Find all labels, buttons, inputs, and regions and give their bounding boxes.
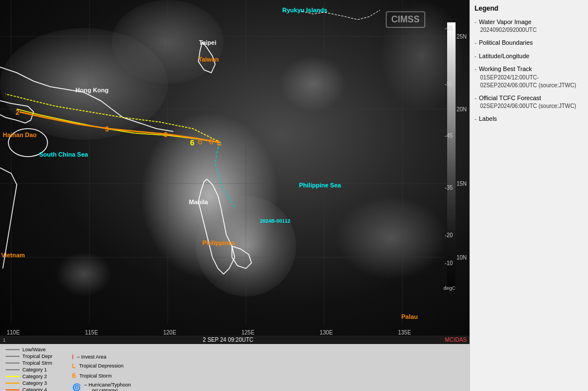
lon-110e: 110E: [7, 329, 20, 336]
hurricane-symbol: 🌀: [72, 383, 81, 391]
lon-130e: 130E: [320, 329, 333, 336]
track-label-cat2: Category 2: [22, 374, 47, 379]
symbol-invest: I – Invest Area: [72, 354, 131, 360]
legend-label-labels: Labels: [475, 115, 584, 123]
track-item-cat3: Category 3: [6, 380, 53, 386]
legend-item-labels: Labels: [475, 115, 584, 123]
map-svg: L 3 2 3 6 6 6: [0, 0, 470, 336]
legend-item-political: Political Boundaries: [475, 39, 584, 47]
tropical-storm-label: Tropical Storm: [79, 373, 112, 379]
cimss-logo: CIMSS: [386, 11, 425, 28]
track-label-cat1: Category 1: [22, 367, 47, 373]
svg-text:3: 3: [105, 125, 109, 133]
track-item-cat4: Category 4: [6, 387, 53, 391]
track-label-tropical-dep: Tropical Depr: [22, 354, 53, 359]
bottom-bar: 1 2 SEP 24 09:20UTC MCIDAS Low/Wave Trop…: [0, 336, 470, 391]
track-label-cat4: Category 4: [22, 387, 47, 391]
track-line-lowwave: [6, 349, 20, 350]
lat-25n: 25N: [457, 34, 467, 40]
legend-label-water-vapor: Water Vapor Image: [475, 18, 584, 26]
track-legend: Low/Wave Tropical Depr Tropical Strm Cat…: [6, 347, 53, 391]
svg-text:3: 3: [164, 131, 168, 139]
hurricane-label: – Hurricane/Typhoon: [84, 382, 131, 388]
track-item-cat1: Category 1: [6, 367, 53, 373]
lat-10n: 10N: [457, 255, 467, 261]
invest-label: – Invest Area: [77, 354, 107, 360]
svg-point-10: [8, 129, 48, 157]
mcidas-label: MCIDAS: [445, 337, 467, 343]
legend-sub-best-track: 01SEP2024/12:00UTC-02SEP2024/06:00UTC (s…: [480, 74, 584, 89]
tropical-dep-symbol: L: [72, 362, 76, 369]
scale-45: -45: [445, 133, 453, 139]
legend-label-latlon: Latitude/Longitude: [475, 52, 584, 60]
track-line-cat1: [6, 369, 20, 370]
legend-item-latlon: Latitude/Longitude: [475, 52, 584, 60]
scale-10: -10: [445, 260, 453, 266]
legend-bottom: Low/Wave Tropical Depr Tropical Strm Cat…: [0, 344, 470, 391]
svg-rect-18: [447, 22, 456, 291]
track-line-cat3: [6, 383, 20, 384]
legend-item-tcfc: Official TCFC Forecast 02SEP2024/06:00UT…: [475, 94, 584, 110]
legend-sub-water-vapor: 20240902/092000UTC: [480, 26, 584, 34]
track-item-lowwave: Low/Wave: [6, 347, 53, 352]
hurricane-sub-label: (w/ category): [92, 388, 131, 391]
map-canvas: L 3 2 3 6 6 6: [0, 0, 470, 336]
lon-115e: 115E: [85, 329, 98, 336]
svg-text:6: 6: [190, 138, 195, 147]
scale-65: -65: [445, 25, 453, 31]
symbol-tropical-storm: 6 Tropical Storm: [72, 371, 131, 380]
svg-text:6: 6: [209, 137, 214, 146]
scale-35: -35: [445, 185, 453, 191]
legend-label-tcfc: Official TCFC Forecast: [475, 94, 584, 102]
track-line-cat2: [6, 376, 20, 377]
legend-item-water-vapor: Water Vapor Image 20240902/092000UTC: [475, 18, 584, 34]
track-item-cat2: Category 2: [6, 374, 53, 379]
track-line-tropical-str: [6, 362, 20, 364]
symbol-legend: I – Invest Area L Tropical Depression 6 …: [72, 354, 131, 391]
scale-indicator: 1: [3, 337, 6, 343]
track-line-cat4: [6, 389, 20, 390]
svg-text:2: 2: [16, 109, 20, 116]
lat-15n: 15N: [457, 181, 467, 187]
scale-55: -55: [445, 81, 453, 87]
track-label-tropical-str: Tropical Strm: [22, 360, 52, 366]
scale-degc: degC: [443, 285, 456, 291]
right-panel: Legend Water Vapor Image 20240902/092000…: [470, 0, 588, 391]
legend-label-political: Political Boundaries: [475, 39, 584, 47]
track-item-tropical-dep: Tropical Depr: [6, 354, 53, 359]
lat-20n: 20N: [457, 106, 467, 112]
lon-120e: 120E: [163, 329, 176, 336]
lon-135e: 135E: [398, 329, 411, 336]
legend-sub-tcfc: 02SEP2024/06:00UTC (source:JTWC): [480, 102, 584, 110]
track-line-tropical-dep: [6, 356, 20, 357]
legend-item-best-track: Working Best Track 01SEP2024/12:00UTC-02…: [475, 65, 584, 89]
lon-125e: 125E: [241, 329, 254, 336]
track-item-tropical-str: Tropical Strm: [6, 360, 53, 366]
legend-title: Legend: [475, 4, 584, 12]
svg-text:L: L: [217, 138, 222, 147]
symbol-tropical-dep: L Tropical Depression: [72, 362, 131, 369]
track-label-lowwave: Low/Wave: [22, 347, 46, 352]
scale-20: -20: [445, 232, 453, 238]
tropical-storm-symbol: 6: [72, 371, 76, 380]
hurricane-label-group: – Hurricane/Typhoon (w/ category): [84, 382, 131, 391]
svg-text:6: 6: [198, 137, 202, 146]
tropical-dep-label: Tropical Depression: [79, 363, 124, 369]
symbol-hurricane: 🌀 – Hurricane/Typhoon (w/ category): [72, 382, 131, 391]
status-text: 2 SEP 24 09:20UTC: [203, 337, 253, 343]
legend-label-best-track: Working Best Track: [475, 65, 584, 73]
status-bar: 1 2 SEP 24 09:20UTC MCIDAS: [0, 336, 470, 344]
track-label-cat3: Category 3: [22, 380, 47, 386]
invest-symbol: I: [72, 354, 74, 360]
